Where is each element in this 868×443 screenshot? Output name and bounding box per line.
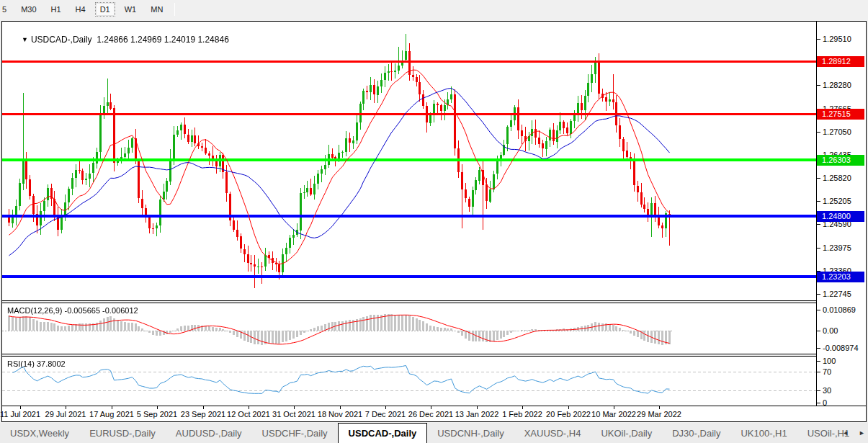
date-tick-mark xyxy=(477,406,478,409)
date-tick-mark xyxy=(522,406,523,409)
price-axis-tick: 1.27050 xyxy=(823,127,851,136)
timeframe-button-w1[interactable]: W1 xyxy=(120,2,142,17)
date-tick-label: 20 Feb 2022 xyxy=(546,410,591,419)
date-tick-mark xyxy=(20,406,21,409)
chart-frame: ▼USDCAD-,Daily 1.24866 1.24969 1.24019 1… xyxy=(1,21,867,422)
mt4-chart-window: 5M30H1H4D1W1MN ▼USDCAD-,Daily 1.24866 1.… xyxy=(0,0,868,443)
price-axis-tick: 1.25820 xyxy=(823,174,851,182)
price-level-badge: 1.24800 xyxy=(817,211,864,222)
timeframe-toolbar: 5M30H1H4D1W1MN xyxy=(0,0,868,18)
symbol-tab-uk100-h1[interactable]: UK100-,H1 xyxy=(730,423,797,443)
axis-tick-mark xyxy=(817,361,820,362)
date-tick-mark xyxy=(112,406,112,409)
price-level-badge: 1.23203 xyxy=(817,272,864,282)
timeframe-button-m30[interactable]: M30 xyxy=(16,2,41,17)
symbol-tab-audusd-daily[interactable]: AUDUSD-,Daily xyxy=(166,423,252,443)
timeframe-buttons: 5M30H1H4D1W1MN xyxy=(0,2,170,17)
date-tick-label: 29 Jul 2021 xyxy=(45,410,86,419)
price-axis-tick: 1.23975 xyxy=(823,243,851,252)
symbol-tab-xauusd-h4[interactable]: XAUUSD-,H4 xyxy=(514,423,591,443)
date-tick-mark xyxy=(157,406,158,409)
price-level-badge: 1.26303 xyxy=(817,155,864,166)
timeframe-button-h1[interactable]: H1 xyxy=(46,2,66,17)
chart-title: ▼USDCAD-,Daily 1.24866 1.24969 1.24019 1… xyxy=(7,24,229,55)
axis-tick-mark xyxy=(817,372,820,372)
date-tick-label: 18 Nov 2021 xyxy=(318,410,362,419)
tab-scroll-right-icon[interactable]: ► xyxy=(859,429,865,437)
axis-tick-mark xyxy=(817,403,820,403)
rsi-axis-tick: 70 xyxy=(823,367,831,376)
axis-tick-mark xyxy=(817,201,820,202)
date-tick-mark xyxy=(659,406,660,409)
timeframe-button-h4[interactable]: H4 xyxy=(71,2,91,17)
macd-axis-tick: -0.008974 xyxy=(823,344,859,352)
price-axis-tick: 1.29510 xyxy=(823,35,851,43)
date-tick-label: 12 Oct 2021 xyxy=(227,410,270,419)
axis-tick-mark xyxy=(817,39,820,40)
date-tick-label: 11 Jul 2021 xyxy=(0,410,40,419)
symbol-tab-usdcnh-daily[interactable]: USDCNH-,Daily xyxy=(427,423,514,443)
date-tick-label: 10 Mar 2022 xyxy=(591,410,636,419)
date-tick-mark xyxy=(203,406,204,409)
date-tick-mark xyxy=(568,406,569,409)
symbol-tab-usdcad-daily[interactable]: USDCAD-,Daily xyxy=(338,423,428,443)
axis-tick-mark xyxy=(817,224,820,225)
rsi-indicator-label: RSI(14) 37.8002 xyxy=(7,359,66,368)
rsi-pane-canvas[interactable] xyxy=(2,357,816,406)
macd-axis-tick: 0.00 xyxy=(823,326,838,335)
axis-tick-mark xyxy=(817,331,820,331)
date-axis[interactable]: 11 Jul 202129 Jul 202117 Aug 20215 Sep 2… xyxy=(2,406,866,421)
price-level-badge: 1.27515 xyxy=(817,109,864,120)
symbol-tab-usdchf-daily[interactable]: USDCHF-,Daily xyxy=(252,423,338,443)
axis-tick-mark xyxy=(817,248,820,249)
toolbar-separator xyxy=(174,3,175,16)
rsi-axis-tick: 0 xyxy=(823,398,827,407)
symbol-tab-eurusd-daily[interactable]: EURUSD-,Daily xyxy=(79,423,166,443)
date-tick-mark xyxy=(431,406,431,409)
chart-title-ohlc: 1.24866 1.24969 1.24019 1.24846 xyxy=(97,35,229,45)
date-tick-mark xyxy=(385,406,386,409)
rsi-axis-tick: 100 xyxy=(823,357,836,365)
main-price-chart-canvas[interactable] xyxy=(2,22,816,300)
date-tick-label: 13 Jan 2022 xyxy=(455,410,499,419)
rsi-axis-tick: 30 xyxy=(823,386,831,395)
date-tick-label: 31 Oct 2021 xyxy=(272,410,316,419)
macd-indicator-label: MACD(12,26,9) -0.005665 -0.006012 xyxy=(7,306,138,315)
price-axis-tick: 1.25205 xyxy=(823,197,851,205)
timeframe-button-d1[interactable]: D1 xyxy=(95,2,115,17)
axis-tick-mark xyxy=(817,132,820,133)
date-tick-label: 23 Sep 2021 xyxy=(181,410,225,419)
chevron-down-icon[interactable]: ▼ xyxy=(22,36,28,43)
symbol-tab-usdx-weekly[interactable]: USDX,Weekly xyxy=(0,423,79,443)
price-level-badge: 1.28912 xyxy=(817,56,864,67)
chart-title-symbol: USDCAD-,Daily xyxy=(31,35,92,45)
tab-scroll-left-icon[interactable]: ◄ xyxy=(842,429,849,437)
date-tick-mark xyxy=(614,406,614,409)
axis-tick-mark xyxy=(817,294,820,295)
axis-tick-mark xyxy=(817,390,820,391)
tab-scroll-arrows: ◄ ► xyxy=(835,423,865,443)
symbol-tab-dj30-daily[interactable]: DJ30-,Daily xyxy=(662,423,730,443)
date-tick-mark xyxy=(294,406,295,409)
date-tick-label: 29 Mar 2022 xyxy=(637,410,681,419)
date-tick-label: 7 Dec 2021 xyxy=(365,410,406,419)
date-tick-label: 17 Aug 2021 xyxy=(89,410,134,419)
axis-tick-mark xyxy=(817,310,820,310)
date-tick-mark xyxy=(340,406,341,409)
macd-axis-tick: 0.010869 xyxy=(823,305,856,314)
symbol-tabs-bar: USDX,WeeklyEURUSD-,DailyAUDUSD-,DailyUSD… xyxy=(0,423,868,443)
date-tick-mark xyxy=(66,406,66,409)
axis-tick-mark xyxy=(817,348,820,349)
date-tick-label: 5 Sep 2021 xyxy=(137,410,177,419)
axis-tick-mark xyxy=(817,85,820,86)
symbol-tab-ukoil-daily[interactable]: UKOil-,Daily xyxy=(591,423,662,443)
date-tick-mark xyxy=(249,406,249,409)
timeframe-button-mn[interactable]: MN xyxy=(146,2,168,17)
timeframe-button-5[interactable]: 5 xyxy=(0,2,12,17)
price-axis-tick: 1.22745 xyxy=(823,290,851,298)
date-tick-label: 1 Feb 2022 xyxy=(502,410,542,419)
axis-tick-mark xyxy=(817,178,820,179)
date-tick-label: 26 Dec 2021 xyxy=(408,410,453,419)
price-axis-tick: 1.28280 xyxy=(823,81,851,89)
